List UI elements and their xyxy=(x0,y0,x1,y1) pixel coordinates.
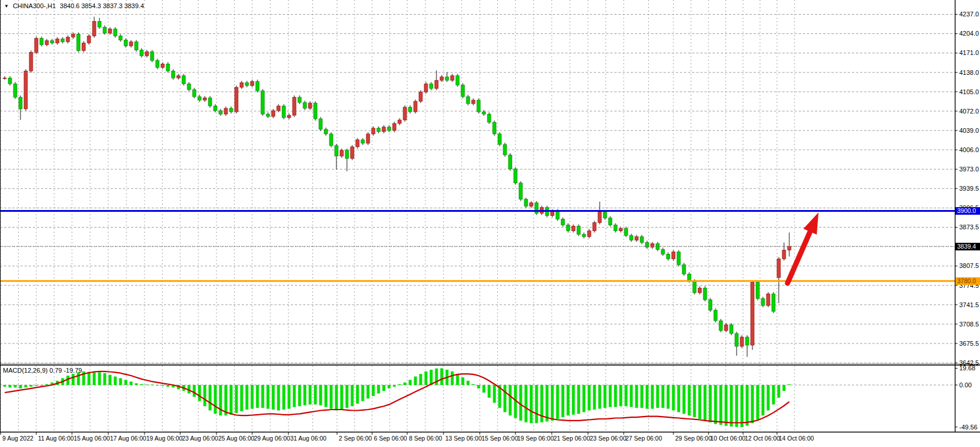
macd-histogram-bar xyxy=(441,368,443,385)
macd-histogram-bar xyxy=(262,385,264,408)
bear-candle xyxy=(714,310,717,321)
macd-histogram-bar xyxy=(209,385,212,411)
bear-candle xyxy=(77,34,80,50)
price-axis-label: 3973.0 xyxy=(960,166,979,173)
macd-histogram-bar xyxy=(314,385,317,404)
macd-histogram-bar xyxy=(272,385,275,410)
bull-candle xyxy=(45,40,49,44)
bear-candle xyxy=(508,155,512,169)
bull-candle xyxy=(724,325,728,331)
bear-candle xyxy=(98,21,101,27)
bear-candle xyxy=(40,38,43,44)
macd-histogram-bar xyxy=(119,378,122,385)
trading-chart[interactable]: 4237.04204.04171.04138.04105.04072.04039… xyxy=(0,0,980,447)
bear-candle xyxy=(114,29,117,36)
time-axis-label: 15 Sep 06:00 xyxy=(482,435,518,442)
bear-candle xyxy=(745,337,749,345)
bull-candle xyxy=(598,212,601,223)
macd-histogram-bar xyxy=(309,385,312,404)
bear-candle xyxy=(198,97,201,100)
macd-histogram-bar xyxy=(735,385,738,427)
macd-histogram-bar xyxy=(235,385,238,413)
time-axis-label: 19 Aug 06:00 xyxy=(146,435,183,442)
bear-candle xyxy=(577,226,580,235)
candlestick-series xyxy=(3,16,791,356)
bull-candle xyxy=(3,78,6,78)
macd-histogram-bar xyxy=(319,385,322,405)
macd-histogram-bar xyxy=(377,385,380,394)
macd-histogram-bar xyxy=(346,385,349,408)
bear-candle xyxy=(124,40,128,46)
symbol-period-label: CHINA300-,H1 xyxy=(13,2,56,9)
macd-histogram-bar xyxy=(751,385,754,423)
macd-histogram-bar xyxy=(425,372,428,385)
bear-candle xyxy=(282,106,286,118)
macd-histogram-bar xyxy=(720,385,723,425)
macd-histogram-bar xyxy=(430,370,433,385)
macd-histogram-bar xyxy=(535,385,538,423)
bear-candle xyxy=(709,300,712,310)
macd-indicator-label: MACD(12,26,9) 0.79 -19.79 xyxy=(3,367,82,374)
macd-histogram-bar xyxy=(130,381,133,385)
bull-candle xyxy=(698,288,702,293)
macd-histogram-bar xyxy=(14,385,17,387)
current-price-tag: 3839.4 xyxy=(955,243,980,250)
bull-candle xyxy=(403,107,407,120)
bull-candle xyxy=(224,108,228,114)
bear-candle xyxy=(214,106,217,111)
bear-candle xyxy=(256,81,259,91)
bull-candle xyxy=(672,252,675,259)
macd-histogram-bar xyxy=(341,385,343,410)
bear-candle xyxy=(666,254,670,259)
macd-histogram-bar xyxy=(140,384,143,385)
macd-histogram-bar xyxy=(19,385,22,388)
bull-candle xyxy=(356,140,359,147)
bull-candle xyxy=(350,147,354,159)
time-axis-label: 12 Oct 06:00 xyxy=(745,435,780,442)
macd-histogram-bar xyxy=(256,385,259,408)
macd-histogram-bar xyxy=(288,385,291,409)
time-axis[interactable]: 9 Aug 202211 Aug 06:0015 Aug 06:0017 Aug… xyxy=(1,432,814,442)
symbol-dropdown-caret-icon[interactable]: ▼ xyxy=(4,4,9,9)
macd-histogram-bar xyxy=(167,385,170,387)
macd-histogram-bar xyxy=(356,385,359,404)
macd-histogram-bar xyxy=(35,385,38,386)
time-axis-label: 9 Aug 2022 xyxy=(2,435,33,442)
macd-histogram-bar xyxy=(788,384,791,385)
macd-histogram-bar xyxy=(25,385,27,387)
bull-candle xyxy=(440,77,443,80)
macd-histogram-bar xyxy=(599,385,601,409)
bull-candle xyxy=(161,64,164,67)
bear-candle xyxy=(377,128,380,132)
bear-candle xyxy=(456,75,459,85)
bull-candle xyxy=(340,150,343,156)
macd-histogram-bar xyxy=(419,374,422,385)
macd-histogram-bar xyxy=(546,385,549,421)
macd-histogram-bar xyxy=(683,385,686,414)
bear-candle xyxy=(219,111,222,114)
macd-histogram-bar xyxy=(778,385,780,398)
bull-candle xyxy=(108,29,112,33)
bear-candle xyxy=(461,85,465,97)
macd-histogram-bar xyxy=(767,385,770,411)
price-axis[interactable]: 4237.04204.04171.04138.04105.04072.04039… xyxy=(955,11,979,430)
bull-candle xyxy=(472,100,475,104)
macd-histogram-bar xyxy=(267,385,270,409)
trend-arrow[interactable] xyxy=(788,212,819,283)
macd-histogram-bar xyxy=(214,385,217,414)
macd-histogram-bar xyxy=(556,385,559,419)
macd-histogram-bar xyxy=(193,385,196,397)
macd-histogram-bar xyxy=(704,385,707,421)
bear-candle xyxy=(266,114,270,116)
bear-candle xyxy=(187,84,191,90)
time-axis-label: 17 Aug 06:00 xyxy=(110,435,146,442)
price-axis-label: 3873.5 xyxy=(960,224,979,231)
macd-histogram-bar xyxy=(709,385,712,422)
macd-histogram-bar xyxy=(783,385,786,391)
macd-histogram-bar xyxy=(567,385,570,415)
bear-candle xyxy=(8,78,12,84)
bear-candle xyxy=(140,50,143,56)
macd-histogram-bar xyxy=(362,385,365,401)
macd-histogram-bar xyxy=(298,385,301,406)
bear-candle xyxy=(493,122,496,134)
